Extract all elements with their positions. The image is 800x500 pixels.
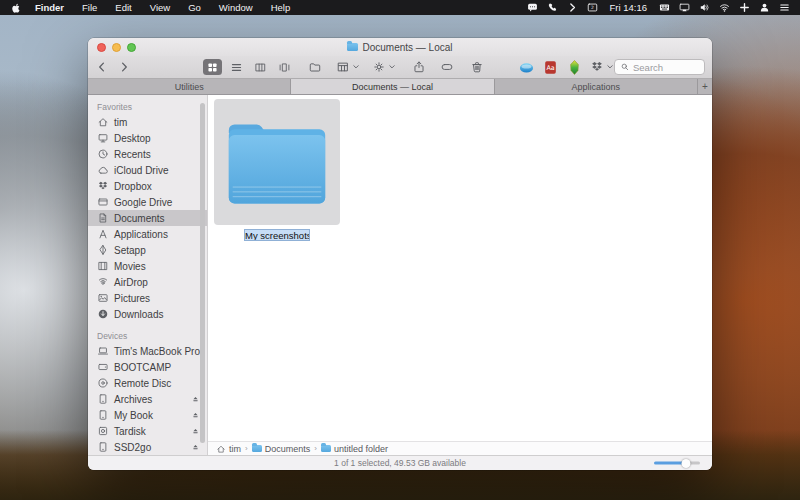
sidebar-item-archives[interactable]: Archives: [88, 391, 207, 407]
sidebar-item-desktop[interactable]: Desktop: [88, 130, 207, 146]
tag-button[interactable]: [440, 60, 454, 74]
search-field[interactable]: [614, 59, 705, 75]
user-status-icon[interactable]: [759, 2, 770, 13]
close-button[interactable]: [97, 43, 106, 52]
sidebar-item-remote-disc[interactable]: Remote Disc: [88, 375, 207, 391]
menu-edit[interactable]: Edit: [106, 2, 140, 13]
menu-bar-clock[interactable]: Fri 14:16: [610, 2, 648, 13]
sidebar-item-setapp[interactable]: Setapp: [88, 242, 207, 258]
menu-view[interactable]: View: [141, 2, 179, 13]
sidebar-item-label: BOOTCAMP: [114, 362, 171, 373]
sidebar-item-recents[interactable]: Recents: [88, 146, 207, 162]
sidebar-scrollbar[interactable]: [200, 103, 205, 443]
sidebar-item-dropbox[interactable]: Dropbox: [88, 178, 207, 194]
menu-go[interactable]: Go: [179, 2, 210, 13]
sidebar-item-pictures[interactable]: Pictures: [88, 290, 207, 306]
sidebar-item-tardisk[interactable]: Tardisk: [88, 423, 207, 439]
sidebar-item-tim[interactable]: tim: [88, 114, 207, 130]
path-segment-label: tim: [229, 444, 241, 454]
eject-icon[interactable]: [191, 395, 200, 404]
status-icons-right: [659, 2, 790, 13]
column-view-button[interactable]: [251, 59, 270, 75]
window-2-status-icon[interactable]: 2: [587, 2, 598, 13]
volume-status-icon[interactable]: [699, 2, 710, 13]
eject-icon[interactable]: [191, 443, 200, 452]
list-status-icon[interactable]: [779, 2, 790, 13]
icon-view-button[interactable]: [203, 59, 222, 75]
menu-finder[interactable]: Finder: [26, 2, 73, 13]
file-grid[interactable]: [208, 95, 712, 441]
external-drive-icon: [97, 441, 109, 453]
plus-status-icon[interactable]: [739, 2, 750, 13]
eject-icon[interactable]: [191, 427, 200, 436]
sidebar-item-airdrop[interactable]: AirDrop: [88, 274, 207, 290]
icon-size-slider[interactable]: [654, 462, 700, 465]
phone-status-icon[interactable]: [547, 2, 558, 13]
status-bar: 1 of 1 selected, 49.53 GB available: [88, 455, 712, 470]
dropbox-button[interactable]: [590, 60, 614, 74]
path-segment-untitled-folder[interactable]: untitled folder: [321, 444, 388, 454]
path-segment-documents[interactable]: Documents: [252, 444, 311, 454]
svg-text:Aa: Aa: [546, 63, 554, 71]
sidebar-item-bootcamp[interactable]: BOOTCAMP: [88, 359, 207, 375]
path-segment-tim[interactable]: tim: [216, 444, 241, 454]
tab-documents-local[interactable]: Documents — Local: [291, 79, 494, 94]
sidebar-item-movies[interactable]: Movies: [88, 258, 207, 274]
tab-utilities[interactable]: Utilities: [88, 79, 291, 94]
app-shortcut-green-icon[interactable]: [566, 59, 583, 76]
chevron-status-icon[interactable]: [567, 2, 578, 13]
keyboard-status-icon[interactable]: [659, 2, 670, 13]
wifi-status-icon[interactable]: [719, 2, 730, 13]
title-bar[interactable]: Documents — Local: [88, 38, 712, 56]
menu-file[interactable]: File: [73, 2, 106, 13]
sidebar-item-tim-s-macbook-pro[interactable]: Tim's MacBook Pro: [88, 343, 207, 359]
zoom-button[interactable]: [127, 43, 136, 52]
home-icon: [97, 116, 109, 128]
group-button[interactable]: [336, 60, 360, 74]
file-name-input[interactable]: [244, 229, 310, 241]
list-view-button[interactable]: [227, 59, 246, 75]
folder-item-selected[interactable]: [214, 99, 340, 225]
disc-icon: [97, 377, 109, 389]
sidebar-item-my-book[interactable]: My Book: [88, 407, 207, 423]
coverflow-view-button[interactable]: [275, 59, 294, 75]
minimize-button[interactable]: [112, 43, 121, 52]
action-button[interactable]: [372, 60, 396, 74]
tab-label: Applications: [572, 82, 621, 92]
tab-label: Documents — Local: [352, 82, 433, 92]
sidebar-item-label: tim: [114, 117, 127, 128]
share-button[interactable]: [412, 60, 426, 74]
tab-applications[interactable]: Applications: [495, 79, 698, 94]
new-folder-button[interactable]: [308, 60, 322, 74]
menu-bar-status-area: 2 Fri 14:16: [527, 2, 791, 13]
apple-menu-icon[interactable]: [10, 2, 22, 14]
slider-knob[interactable]: [682, 459, 691, 468]
app-shortcut-red-icon[interactable]: Aa: [542, 59, 559, 76]
search-input[interactable]: [633, 62, 699, 73]
app-shortcut-blue-icon[interactable]: [518, 59, 535, 76]
sidebar-item-downloads[interactable]: Downloads: [88, 306, 207, 322]
sidebar-item-icloud-drive[interactable]: iCloud Drive: [88, 162, 207, 178]
eject-icon[interactable]: [191, 411, 200, 420]
sidebar-item-ssd2go[interactable]: SSD2go: [88, 439, 207, 455]
menu-window[interactable]: Window: [210, 2, 262, 13]
sidebar-item-google-drive[interactable]: Google Drive: [88, 194, 207, 210]
new-tab-button[interactable]: +: [698, 79, 712, 94]
sidebar-item-label: Setapp: [114, 245, 146, 256]
tab-label: Utilities: [175, 82, 204, 92]
sidebar-item-label: Recents: [114, 149, 151, 160]
sidebar-item-documents[interactable]: Documents: [88, 210, 207, 226]
delete-button[interactable]: [470, 60, 484, 74]
folder-icon: [224, 116, 330, 208]
sidebar-item-applications[interactable]: Applications: [88, 226, 207, 242]
navigation-buttons: [95, 60, 131, 74]
group-icon: [336, 60, 350, 74]
back-button[interactable]: [95, 60, 109, 74]
forward-button[interactable]: [117, 60, 131, 74]
menu-help[interactable]: Help: [262, 2, 300, 13]
display-status-icon[interactable]: [679, 2, 690, 13]
chat-status-icon[interactable]: [527, 2, 538, 13]
sidebar-item-label: Google Drive: [114, 197, 172, 208]
path-separator-icon: ›: [314, 444, 317, 453]
setapp-icon: [97, 244, 109, 256]
